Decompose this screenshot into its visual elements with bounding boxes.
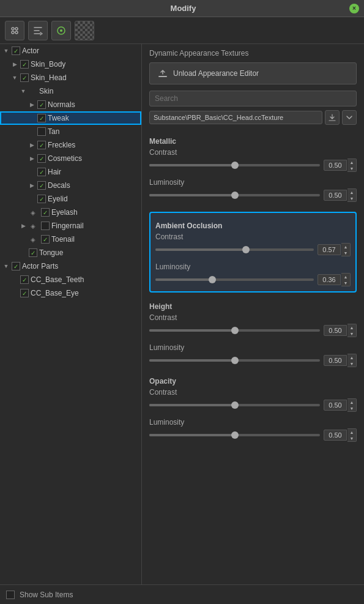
checkbox-freckles[interactable] xyxy=(37,141,46,149)
ao-contrast-down[interactable]: ▼ xyxy=(341,250,350,256)
checkbox-hair[interactable] xyxy=(37,168,46,176)
checkbox-skin-head[interactable] xyxy=(20,73,29,82)
opacity-contrast-value[interactable]: 0.50 xyxy=(324,400,347,411)
metallic-luminosity-up[interactable]: ▲ xyxy=(347,189,356,195)
opacity-contrast-thumb[interactable] xyxy=(231,401,239,409)
tree-item-tan[interactable]: ▶ Tan xyxy=(0,125,141,138)
height-contrast-value[interactable]: 0.50 xyxy=(324,325,347,336)
tree-item-cc-base-teeth[interactable]: ▶ CC_Base_Teeth xyxy=(0,273,141,286)
metallic-contrast-up[interactable]: ▲ xyxy=(347,159,356,165)
expand-skin-body[interactable]: ▶ xyxy=(11,61,18,68)
tree-item-cosmetics[interactable]: ▶ Cosmetics xyxy=(0,152,141,165)
tree-item-cc-base-eye[interactable]: ▶ CC_Base_Eye xyxy=(0,286,141,300)
ao-luminosity-track[interactable] xyxy=(155,278,314,281)
metallic-contrast-value[interactable]: 0.50 xyxy=(324,160,347,171)
tree-item-actor-parts[interactable]: ▼ Actor Parts xyxy=(0,259,141,273)
tree-item-tongue[interactable]: ▶ Tongue xyxy=(0,246,141,259)
opacity-luminosity-value[interactable]: 0.50 xyxy=(324,430,347,441)
tree-item-decals[interactable]: ▶ Decals xyxy=(0,179,141,192)
metallic-contrast-down[interactable]: ▼ xyxy=(347,165,356,171)
tree-item-eyelid[interactable]: ▶ Eyelid xyxy=(0,192,141,206)
height-contrast-up[interactable]: ▲ xyxy=(347,324,356,330)
texture-export-btn[interactable] xyxy=(325,110,340,125)
checkbox-normals[interactable] xyxy=(37,100,46,109)
opacity-luminosity-up[interactable]: ▲ xyxy=(347,429,356,435)
ao-contrast-track[interactable] xyxy=(155,248,314,251)
close-button[interactable]: × xyxy=(349,4,359,13)
checkbox-cc-base-teeth[interactable] xyxy=(20,275,29,284)
opacity-luminosity-track[interactable] xyxy=(149,434,320,436)
ao-luminosity-value[interactable]: 0.36 xyxy=(318,274,341,285)
checkbox-tongue[interactable] xyxy=(29,248,37,257)
tree-item-freckles[interactable]: ▶ Freckles xyxy=(0,138,141,152)
toolbar-btn-checker[interactable] xyxy=(75,21,94,40)
expand-normals[interactable]: ▶ xyxy=(28,101,35,108)
height-contrast-thumb[interactable] xyxy=(231,327,239,334)
checkbox-toenail[interactable] xyxy=(41,235,50,244)
opacity-contrast-up[interactable]: ▲ xyxy=(347,399,356,405)
checkbox-cc-base-eye[interactable] xyxy=(20,289,29,297)
expand-cosmetics[interactable]: ▶ xyxy=(28,155,35,162)
checkbox-skin-body[interactable] xyxy=(20,60,29,69)
dynamic-appearance-title: Dynamic Appearance Textures xyxy=(149,49,357,58)
tree-item-hair[interactable]: ▶ Hair xyxy=(0,165,141,179)
checkbox-decals[interactable] xyxy=(37,181,46,190)
height-luminosity-thumb[interactable] xyxy=(231,357,239,364)
expand-freckles[interactable]: ▶ xyxy=(28,141,35,149)
toolbar-btn-2[interactable] xyxy=(28,21,48,40)
opacity-luminosity-thumb[interactable] xyxy=(231,431,239,439)
height-contrast-down[interactable]: ▼ xyxy=(347,330,356,337)
height-luminosity-down[interactable]: ▼ xyxy=(347,360,356,367)
tree-item-skin-body[interactable]: ▶ Skin_Body xyxy=(0,58,141,71)
tree-item-eyelash[interactable]: ▶ ◈ Eyelash xyxy=(0,206,141,219)
checkbox-actor-parts[interactable] xyxy=(12,262,20,270)
expand-actor[interactable]: ▼ xyxy=(2,47,10,54)
checkbox-tan[interactable] xyxy=(37,127,46,136)
tree-item-skin-head[interactable]: ▼ Skin_Head xyxy=(0,71,141,84)
tree-item-fingernail[interactable]: ▶ ◈ Fingernail xyxy=(0,219,141,233)
ao-luminosity-slider-row: 0.36 ▲ ▼ xyxy=(155,273,351,286)
ao-contrast-value[interactable]: 0.57 xyxy=(318,244,341,255)
expand-fingernail[interactable]: ▶ xyxy=(20,222,27,229)
ao-luminosity-thumb[interactable] xyxy=(209,276,216,283)
search-input[interactable] xyxy=(149,91,357,106)
unload-appearance-btn[interactable]: Unload Appearance Editor xyxy=(149,62,357,84)
expand-skin[interactable]: ▼ xyxy=(20,88,27,95)
checkbox-eyelid[interactable] xyxy=(37,195,46,203)
checkbox-tweak[interactable] xyxy=(37,114,46,122)
opacity-luminosity-down[interactable]: ▼ xyxy=(347,435,356,441)
checkbox-fingernail[interactable] xyxy=(41,222,50,230)
ao-luminosity-up[interactable]: ▲ xyxy=(341,274,350,280)
opacity-contrast-track[interactable] xyxy=(149,404,320,406)
metallic-luminosity-thumb[interactable] xyxy=(231,192,239,199)
toolbar-btn-3[interactable] xyxy=(51,21,71,40)
tree-item-tweak[interactable]: ▶ Tweak xyxy=(0,111,141,125)
height-luminosity-value[interactable]: 0.50 xyxy=(324,355,347,366)
tree-item-toenail[interactable]: ▶ ◈ Toenail xyxy=(0,233,141,246)
opacity-contrast-spinner: ▲ ▼ xyxy=(347,398,357,412)
metallic-luminosity-down[interactable]: ▼ xyxy=(347,195,356,201)
texture-dropdown-btn[interactable] xyxy=(342,110,357,125)
checkbox-cosmetics[interactable] xyxy=(37,154,46,163)
opacity-contrast-down[interactable]: ▼ xyxy=(347,405,356,411)
tree-item-skin[interactable]: ▼ Skin xyxy=(0,84,141,98)
expand-skin-head[interactable]: ▼ xyxy=(11,74,18,81)
metallic-contrast-thumb[interactable] xyxy=(231,162,239,169)
checkbox-actor[interactable] xyxy=(12,47,20,55)
ao-contrast-thumb[interactable] xyxy=(242,246,250,253)
metallic-contrast-track[interactable] xyxy=(149,164,320,166)
tree-item-normals[interactable]: ▶ Normals xyxy=(0,98,141,111)
metallic-luminosity-value[interactable]: 0.50 xyxy=(324,190,347,201)
ao-contrast-up[interactable]: ▲ xyxy=(341,244,350,250)
height-luminosity-up[interactable]: ▲ xyxy=(347,354,356,360)
show-sub-items-checkbox[interactable] xyxy=(6,591,15,599)
tree-item-actor[interactable]: ▼ Actor xyxy=(0,44,141,58)
expand-decals[interactable]: ▶ xyxy=(28,182,35,189)
expand-actor-parts[interactable]: ▼ xyxy=(2,263,10,270)
checkbox-eyelash[interactable] xyxy=(41,208,50,217)
toolbar-btn-1[interactable] xyxy=(5,21,24,40)
metallic-luminosity-track[interactable] xyxy=(149,194,320,196)
height-contrast-track[interactable] xyxy=(149,329,320,332)
ao-luminosity-down[interactable]: ▼ xyxy=(341,280,350,286)
height-luminosity-track[interactable] xyxy=(149,359,320,362)
